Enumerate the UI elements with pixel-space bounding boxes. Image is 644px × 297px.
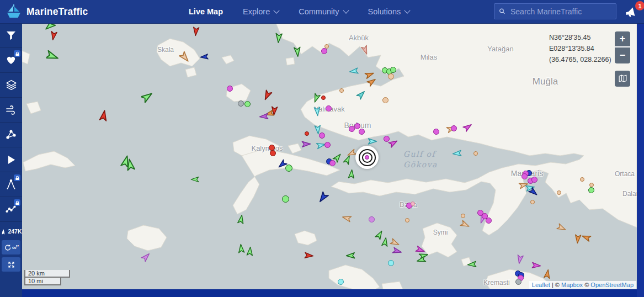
vessel-marker[interactable] (580, 177, 584, 182)
vessel-marker[interactable] (291, 46, 304, 58)
vessel-marker[interactable] (366, 76, 378, 88)
vessel-marker[interactable] (348, 65, 360, 77)
vessel-marker[interactable] (300, 138, 312, 150)
vessel-marker[interactable] (339, 88, 344, 93)
vessel-marker[interactable] (514, 253, 526, 266)
vessel-marker[interactable] (269, 145, 275, 151)
osm-link[interactable]: OpenStreetMap (590, 282, 634, 288)
vessel-marker[interactable] (124, 158, 136, 171)
zoom-in-button[interactable]: + (615, 31, 630, 47)
vessel-marker[interactable] (466, 258, 478, 271)
vessel-marker[interactable] (405, 218, 409, 222)
vessel-marker[interactable] (344, 250, 356, 262)
tool-filter[interactable] (0, 23, 22, 48)
vessel-marker[interactable] (46, 50, 58, 62)
vessel-marker[interactable] (311, 105, 323, 118)
vessel-marker[interactable] (530, 200, 535, 204)
vessel-marker[interactable] (273, 32, 285, 44)
vessel-marker[interactable] (338, 279, 344, 285)
tool-statistics[interactable] (0, 197, 22, 222)
zoom-out-button[interactable]: − (615, 47, 630, 63)
vessel-marker[interactable] (141, 91, 153, 103)
vessel-marker[interactable] (98, 109, 110, 121)
vessel-marker[interactable] (324, 44, 329, 49)
vessel-marker[interactable] (198, 51, 210, 63)
vessel-marker[interactable] (189, 173, 201, 185)
vessel-marker[interactable] (580, 231, 592, 243)
vessel-marker[interactable] (355, 88, 368, 100)
selected-vessel-marker[interactable] (355, 146, 379, 169)
nav-solutions[interactable]: Solutions (368, 7, 410, 16)
vessel-marker[interactable] (244, 245, 256, 257)
vessel-marker[interactable] (326, 105, 332, 112)
search-input[interactable] (509, 7, 611, 17)
vessel-marker[interactable] (310, 92, 322, 104)
vessel-marker[interactable] (359, 129, 365, 135)
vessel-marker[interactable] (390, 67, 396, 73)
vessel-marker[interactable] (354, 123, 360, 129)
vessel-marker[interactable] (382, 97, 388, 103)
auto-refresh-toggle[interactable]: ∞″ (2, 240, 20, 254)
vessel-marker[interactable] (462, 121, 474, 133)
vessel-marker[interactable] (244, 101, 251, 107)
vessel-marker[interactable] (588, 187, 594, 193)
tool-playback[interactable] (0, 147, 22, 172)
vessel-marker[interactable] (473, 151, 478, 156)
vessel-marker[interactable] (321, 96, 326, 100)
vessel-marker[interactable] (515, 279, 521, 285)
vessel-marker[interactable] (541, 268, 553, 280)
vessel-marker[interactable] (340, 212, 353, 224)
vessel-marker[interactable] (258, 110, 270, 123)
vessel-marker[interactable] (329, 160, 336, 166)
vessel-marker[interactable] (238, 100, 244, 107)
vessel-marker[interactable] (530, 259, 542, 272)
vessel-marker[interactable] (415, 254, 427, 266)
vessel-marker[interactable] (261, 89, 273, 102)
vessel-marker[interactable] (486, 218, 492, 224)
tool-routes[interactable] (0, 123, 22, 147)
vessel-marker[interactable] (459, 219, 471, 231)
vessel-marker[interactable] (388, 260, 394, 266)
vessel-marker[interactable] (589, 183, 594, 187)
nav-community[interactable]: Community (299, 7, 348, 16)
tool-nautical[interactable] (0, 172, 22, 197)
vessel-marker[interactable] (305, 131, 309, 136)
vessel-marker[interactable] (190, 25, 202, 38)
vessel-marker[interactable] (557, 190, 561, 195)
vessel-marker[interactable] (227, 86, 233, 92)
vessel-marker[interactable] (433, 129, 439, 135)
vessel-marker[interactable] (359, 44, 371, 56)
vessel-marker[interactable] (451, 125, 457, 131)
marinetraffic-logo[interactable]: MarineTraffic (6, 3, 88, 20)
vessel-marker[interactable] (388, 73, 394, 79)
vessel-marker[interactable] (384, 136, 390, 142)
vessel-marker[interactable] (531, 177, 537, 183)
vessel-marker[interactable] (528, 186, 540, 198)
vessel-marker[interactable] (556, 222, 568, 234)
vessel-marker[interactable] (319, 132, 325, 139)
vessel-marker[interactable] (179, 51, 191, 63)
vessel-marker[interactable] (317, 192, 329, 204)
tool-favorites[interactable] (0, 48, 22, 73)
vessel-marker[interactable] (282, 195, 289, 203)
vessel-marker[interactable] (345, 168, 358, 180)
vessel-marker[interactable] (451, 147, 463, 160)
vessel-marker[interactable] (270, 150, 276, 156)
nav-live-map[interactable]: Live Map (189, 7, 223, 16)
vessel-counter[interactable]: 247K (0, 225, 22, 237)
vessel-marker[interactable] (521, 173, 528, 179)
vessel-marker[interactable] (285, 165, 292, 172)
nav-explore[interactable]: Explore (243, 7, 279, 16)
tool-weather[interactable] (0, 98, 22, 123)
vessel-marker[interactable] (321, 48, 327, 54)
vessel-marker[interactable] (391, 245, 403, 257)
mapbox-link[interactable]: Mapbox (561, 282, 583, 288)
fullscreen-button[interactable] (2, 257, 20, 272)
vessel-marker[interactable] (235, 213, 247, 225)
notifications-button[interactable]: 1 (625, 4, 641, 20)
vessel-marker[interactable] (342, 153, 354, 166)
leaflet-link[interactable]: Leaflet (532, 282, 550, 288)
vessel-marker[interactable] (349, 126, 355, 132)
vessel-marker[interactable] (461, 214, 465, 218)
vessel-marker[interactable] (369, 216, 375, 222)
